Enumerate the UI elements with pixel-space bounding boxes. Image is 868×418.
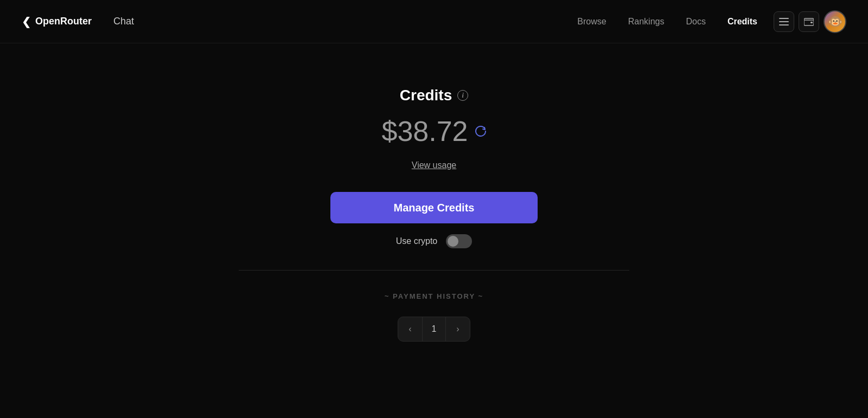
credits-amount-row: $38.72 [381, 115, 486, 147]
nav-actions: 🐵 [774, 10, 846, 33]
wallet-icon [804, 17, 814, 26]
toggle-knob [448, 236, 458, 247]
crypto-label: Use crypto [396, 236, 437, 246]
navbar: ❮ OpenRouter Chat Browse Rankings Docs C… [0, 0, 868, 43]
menu-icon-button[interactable] [774, 11, 794, 32]
credits-title-row: Credits i [400, 87, 468, 104]
svg-rect-0 [779, 18, 789, 19]
logo[interactable]: ❮ OpenRouter [22, 15, 92, 28]
user-avatar[interactable]: 🐵 [824, 10, 846, 33]
pagination: ‹ 1 › [398, 317, 470, 342]
menu-icon [779, 18, 789, 25]
manage-credits-button[interactable]: Manage Credits [330, 192, 538, 223]
svg-rect-2 [779, 24, 789, 25]
main-content: Credits i $38.72 View usage Manage Credi… [0, 43, 868, 342]
nav-link-docs[interactable]: Docs [686, 17, 705, 27]
nav-chat-link[interactable]: Chat [113, 16, 134, 27]
nav-link-browse[interactable]: Browse [577, 17, 606, 27]
nav-link-rankings[interactable]: Rankings [628, 17, 665, 27]
refresh-icon[interactable] [475, 125, 487, 137]
logo-icon: ❮ [22, 15, 31, 28]
svg-rect-1 [779, 21, 789, 22]
prev-page-button[interactable]: ‹ [398, 317, 422, 341]
section-divider [239, 270, 629, 271]
view-usage-link[interactable]: View usage [412, 160, 456, 170]
nav-link-credits[interactable]: Credits [727, 17, 757, 27]
next-page-button[interactable]: › [446, 317, 470, 341]
nav-links: Browse Rankings Docs Credits [577, 17, 757, 27]
logo-text: OpenRouter [35, 16, 92, 27]
use-crypto-toggle[interactable] [446, 234, 472, 248]
crypto-row: Use crypto [396, 234, 472, 248]
payment-history-label: ~ PAYMENT HISTORY ~ [385, 292, 483, 300]
credits-heading: Credits [400, 87, 452, 104]
wallet-icon-button[interactable] [799, 11, 819, 32]
current-page-number: 1 [422, 317, 446, 341]
credits-value: $38.72 [381, 115, 468, 147]
info-icon[interactable]: i [457, 90, 468, 101]
svg-rect-4 [810, 22, 813, 23]
